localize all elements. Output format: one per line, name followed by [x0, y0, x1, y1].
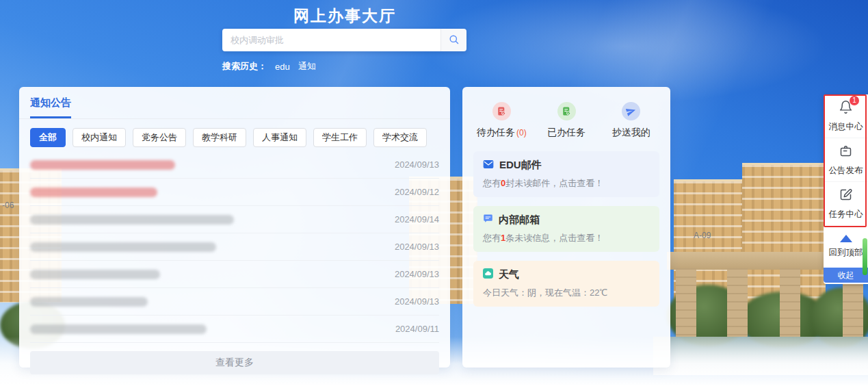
view-more-button[interactable]: 查看更多 [30, 351, 439, 374]
filter-student-work[interactable]: 学生工作 [313, 128, 367, 147]
back-to-top-label: 回到顶部 [829, 247, 863, 259]
search-icon [448, 34, 460, 47]
done-tasks-label: 已办任务 [547, 127, 586, 139]
message-center-label: 消息中心 [829, 121, 863, 133]
internal-mailbox-card[interactable]: 内部邮箱 您有1条未读信息，点击查看！ [473, 206, 659, 252]
search-history-item[interactable]: edu [275, 62, 290, 72]
filter-teaching-research[interactable]: 教学科研 [193, 128, 246, 147]
task-center-label: 任务中心 [829, 209, 863, 220]
notice-row[interactable]: 2024/09/13 [30, 233, 439, 261]
tab-todo-tasks[interactable]: 待办任务(0) [469, 102, 534, 139]
edu-mail-title: EDU邮件 [499, 159, 542, 172]
building-label-right: A-09 [694, 231, 711, 240]
redacted-notice-title [30, 297, 148, 307]
notice-panel-header: 通知公告 [19, 87, 450, 119]
scrollbar-thumb[interactable] [863, 238, 867, 275]
notice-list: 2024/09/13 2024/09/12 2024/09/14 2024/09… [19, 151, 450, 343]
weather-cloud-icon [483, 268, 493, 281]
notice-date: 2024/09/11 [395, 324, 439, 334]
edu-mail-desc: 您有0封未读邮件，点击查看！ [483, 177, 650, 190]
filter-all[interactable]: 全部 [30, 128, 66, 147]
redacted-notice-title [30, 160, 175, 170]
notice-date: 2024/09/13 [395, 296, 439, 307]
done-tasks-icon [557, 102, 576, 120]
notice-date: 2024/09/14 [395, 214, 439, 224]
filter-party-affairs[interactable]: 党务公告 [133, 128, 186, 147]
search-button[interactable] [440, 29, 466, 51]
notice-date: 2024/09/13 [395, 242, 439, 252]
collapse-button[interactable]: 收起 [824, 268, 868, 283]
tasks-panel: 待办任务(0) 已办任务 抄送我的 [462, 87, 670, 368]
paper-plane-icon [622, 102, 640, 120]
cc-to-me-label: 抄送我的 [612, 127, 650, 139]
internal-mailbox-title: 内部邮箱 [499, 214, 540, 227]
notification-badge: 1 [850, 96, 859, 105]
notice-row[interactable]: 2024/09/13 [30, 261, 439, 288]
task-tabs-row: 待办任务(0) 已办任务 抄送我的 [462, 87, 670, 151]
notice-row[interactable]: 2024/09/13 [30, 288, 439, 316]
redacted-notice-title [30, 242, 216, 252]
floating-sidebar: 1 消息中心 公告发布 任务中心 回到顶部 收起 [824, 94, 868, 284]
message-icon [483, 214, 493, 227]
tab-cc-to-me[interactable]: 抄送我的 [599, 102, 663, 139]
envelope-icon [483, 159, 494, 172]
page-title: 网上办事大厅 [19, 5, 670, 27]
todo-tasks-icon [492, 102, 511, 120]
sidebar-item-message-center[interactable]: 1 消息中心 [824, 94, 868, 138]
filter-hr-notice[interactable]: 人事通知 [253, 128, 306, 147]
stone-gate-column [727, 268, 748, 337]
notice-filter-bar: 全部 校内通知 党务公告 教学科研 人事通知 学生工作 学术交流 [19, 119, 450, 151]
edit-document-icon [839, 188, 853, 205]
notice-row[interactable]: 2024/09/11 [30, 316, 439, 343]
weather-title: 天气 [499, 268, 519, 281]
notice-row[interactable]: 2024/09/13 [30, 151, 439, 179]
bell-icon: 1 [839, 100, 853, 117]
filter-campus-notice[interactable]: 校内通知 [73, 128, 126, 147]
notice-row[interactable]: 2024/09/12 [30, 179, 439, 206]
tab-done-tasks[interactable]: 已办任务 [534, 102, 599, 139]
notice-date: 2024/09/13 [395, 159, 439, 170]
announcement-board-icon [839, 144, 853, 161]
weather-desc: 今日天气：阴，现在气温：22℃ [483, 287, 650, 299]
internal-mailbox-desc: 您有1条未读信息，点击查看！ [483, 232, 650, 244]
search-history-label: 搜索历史： [222, 60, 267, 73]
announcement-publish-label: 公告发布 [829, 165, 863, 177]
search-input[interactable] [222, 29, 440, 51]
redacted-notice-title [30, 270, 160, 279]
search-bar [222, 29, 466, 51]
page-header: 网上办事大厅 [19, 5, 670, 27]
sidebar-item-task-center[interactable]: 任务中心 [824, 182, 868, 226]
search-history-item[interactable]: 通知 [298, 60, 316, 73]
notice-panel: 通知公告 全部 校内通知 党务公告 教学科研 人事通知 学生工作 学术交流 20… [19, 87, 450, 368]
filter-academic-exchange[interactable]: 学术交流 [373, 128, 427, 147]
building-label-left: -06 [2, 201, 14, 210]
notice-date: 2024/09/13 [395, 269, 439, 279]
redacted-notice-title [30, 324, 207, 334]
up-triangle-icon [840, 235, 852, 242]
notice-date: 2024/09/12 [395, 187, 439, 197]
todo-tasks-label: 待办任务 [477, 127, 515, 138]
redacted-notice-title [30, 188, 157, 197]
notice-row[interactable]: 2024/09/14 [30, 206, 439, 233]
edu-mail-card[interactable]: EDU邮件 您有0封未读邮件，点击查看！ [473, 151, 659, 197]
sidebar-item-announcement-publish[interactable]: 公告发布 [824, 138, 868, 182]
stone-gate-column [676, 268, 696, 337]
search-history: 搜索历史： edu 通知 [222, 60, 316, 73]
back-to-top-button[interactable]: 回到顶部 [824, 226, 868, 268]
stone-gate-column [780, 268, 800, 337]
tab-notice-announcements[interactable]: 通知公告 [30, 96, 71, 118]
weather-card[interactable]: 天气 今日天气：阴，现在气温：22℃ [473, 261, 659, 307]
todo-tasks-count: (0) [516, 128, 527, 138]
redacted-notice-title [30, 215, 234, 224]
